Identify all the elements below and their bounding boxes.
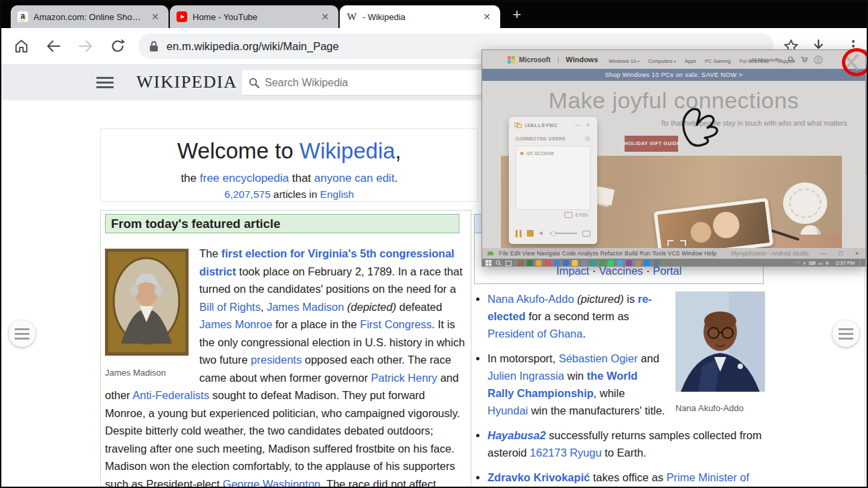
image-caption: James Madison bbox=[105, 364, 189, 382]
taskbar-app-icon[interactable] bbox=[590, 260, 596, 266]
url-text: en.m.wikipedia.org/wiki/Main_Page bbox=[167, 40, 339, 53]
right-drag-handle[interactable] bbox=[833, 320, 859, 347]
lock-icon bbox=[149, 41, 158, 52]
holiday-gift-guide-button[interactable]: HOLIDAY GIFT GUIDE bbox=[625, 136, 678, 152]
display-name: EX65- bbox=[575, 212, 589, 218]
tab-title: Amazon.com: Online Shoppi bbox=[33, 12, 143, 22]
studio-window-controls[interactable]: — □ × bbox=[821, 250, 864, 257]
tab-amazon[interactable]: a Amazon.com: Online Shoppi ✕ bbox=[11, 5, 169, 28]
nana-akufo-addo-photo bbox=[675, 291, 765, 392]
taskbar-clock[interactable]: 2:37 PM bbox=[836, 260, 855, 266]
account-icon[interactable] bbox=[814, 55, 823, 64]
ms-nav-link[interactable]: PC Gaming bbox=[705, 58, 731, 64]
ms-nav-link[interactable]: Apps bbox=[685, 58, 696, 64]
connected-user-item[interactable]: i3T-SCD045 bbox=[520, 150, 586, 156]
pause-icon[interactable] bbox=[516, 230, 522, 237]
i3allsync-title: i3ALLSYNC bbox=[525, 122, 571, 128]
cart-icon[interactable] bbox=[800, 56, 808, 63]
tab-strip: a Amazon.com: Online Shoppi ✕ Home - You… bbox=[1, 1, 867, 28]
amazon-favicon-icon: a bbox=[17, 11, 28, 22]
windows-brand[interactable]: Windows bbox=[566, 55, 598, 64]
forward-icon[interactable] bbox=[78, 38, 94, 54]
ms-nav-link[interactable]: Computers bbox=[648, 58, 676, 64]
i3allsync-window: i3ALLSYNC — × CONNECTED USERS i3T-SCD045… bbox=[509, 117, 597, 244]
featured-article-heading: From today's featured article bbox=[105, 214, 459, 233]
featured-article-body: James Madison The first election for Vir… bbox=[105, 245, 466, 488]
hand-with-pen bbox=[762, 235, 842, 248]
start-button-icon[interactable] bbox=[485, 260, 492, 266]
taskbar-app-icon[interactable] bbox=[599, 260, 605, 266]
new-tab-button[interactable]: + bbox=[508, 7, 526, 24]
task-view-icon[interactable] bbox=[506, 261, 512, 266]
taskbar-search-icon[interactable] bbox=[496, 260, 502, 266]
volume-slider[interactable] bbox=[550, 233, 578, 234]
annotation-red-circle bbox=[842, 48, 868, 76]
taskbar-app-icon[interactable] bbox=[527, 260, 533, 266]
taskbar-app-icon[interactable] bbox=[554, 260, 560, 266]
display-icon bbox=[564, 212, 572, 218]
tab-wikipedia-active[interactable]: W - Wikipedia ✕ bbox=[340, 5, 500, 28]
taskbar-app-icon[interactable] bbox=[644, 260, 650, 266]
show-desktop-button[interactable] bbox=[860, 259, 862, 267]
search-icon[interactable] bbox=[788, 56, 794, 63]
divider: | bbox=[557, 55, 559, 64]
tab-title: - Wikipedia bbox=[362, 12, 475, 22]
android-studio-menubar: File Edit View Navigate Code Analyze Ref… bbox=[482, 248, 865, 259]
taskbar-app-icon[interactable] bbox=[626, 260, 632, 266]
i3allsync-titlebar[interactable]: i3ALLSYNC — × bbox=[509, 117, 597, 133]
wikipedia-favicon-icon: W bbox=[346, 11, 357, 22]
taskbar-app-icon[interactable] bbox=[536, 260, 542, 266]
taskbar-app-icon[interactable] bbox=[635, 260, 641, 266]
connected-users-label: CONNECTED USERS bbox=[516, 136, 584, 141]
all-microsoft-menu[interactable]: All Microsoft bbox=[751, 57, 782, 63]
studio-window-title: MyApplication - Android Studio bbox=[732, 250, 816, 257]
youtube-favicon-icon bbox=[177, 11, 187, 22]
system-tray-icons[interactable]: ◠ ∧ ⌨ ▭ ⊕ bbox=[796, 261, 830, 266]
close-tab-icon[interactable]: ✕ bbox=[318, 11, 332, 23]
taskbar-app-icon[interactable] bbox=[572, 260, 578, 266]
popup-window-microsoft: Microsoft | Windows Windows 10ComputersA… bbox=[481, 49, 866, 267]
news-item: Zdravko Krivokapić takes office as Prime… bbox=[487, 469, 765, 486]
tab-youtube[interactable]: Home - YouTube ✕ bbox=[170, 5, 338, 28]
studio-menu-items[interactable]: File Edit View Navigate Code Analyze Ref… bbox=[499, 250, 717, 257]
origami-cube bbox=[594, 187, 615, 206]
taskbar-app-icon[interactable] bbox=[563, 260, 569, 266]
james-madison-figure[interactable]: James Madison bbox=[105, 249, 189, 382]
microsoft-brand[interactable]: Microsoft bbox=[519, 55, 550, 64]
home-icon[interactable] bbox=[13, 38, 29, 54]
taskbar-app-icon[interactable] bbox=[617, 260, 623, 266]
welcome-banner: Welcome to Wikipedia, the free encyclope… bbox=[100, 128, 478, 202]
sale-banner[interactable]: Shop Windows 10 PCs on sale. SAVE NOW > bbox=[482, 69, 865, 81]
display-target: EX65- bbox=[564, 212, 589, 218]
hamburger-menu-icon[interactable] bbox=[96, 77, 114, 88]
taskbar-app-icon[interactable] bbox=[608, 260, 614, 266]
hero-title: Make joyful connections bbox=[482, 88, 865, 114]
left-drag-handle[interactable] bbox=[9, 320, 35, 347]
speaker-icon[interactable] bbox=[539, 231, 544, 236]
fullscreen-icon[interactable] bbox=[582, 231, 590, 237]
taskbar-app-icon[interactable] bbox=[518, 260, 524, 266]
taskbar-app-icon[interactable] bbox=[545, 260, 551, 266]
close-tab-icon[interactable]: ✕ bbox=[148, 11, 162, 23]
windows-taskbar: ◠ ∧ ⌨ ▭ ⊕ 2:37 PM bbox=[482, 259, 865, 267]
nana-akufo-addo-figure[interactable]: Nana Akufo-Addo bbox=[675, 291, 765, 417]
playback-controls bbox=[516, 228, 590, 239]
search-icon bbox=[249, 78, 259, 88]
taskbar-app-icons[interactable] bbox=[518, 260, 792, 266]
close-tab-icon[interactable]: ✕ bbox=[480, 11, 494, 23]
connected-users-list: i3T-SCD045 bbox=[516, 146, 590, 210]
welcome-title: Welcome to Wikipedia, bbox=[101, 138, 477, 164]
tab-title: Home - YouTube bbox=[193, 12, 313, 22]
in-the-news-section: Nana Akufo-Addo Nana Akufo-Addo (picture… bbox=[474, 290, 765, 488]
reload-icon[interactable] bbox=[110, 38, 126, 54]
stop-icon[interactable] bbox=[527, 230, 534, 237]
taskbar-app-icon[interactable] bbox=[581, 260, 587, 266]
hand-doodle-annotation bbox=[679, 92, 741, 148]
back-icon[interactable] bbox=[45, 38, 62, 54]
browser-window: a Amazon.com: Online Shoppi ✕ Home - You… bbox=[0, 0, 868, 488]
gear-icon[interactable] bbox=[584, 136, 590, 142]
minimize-close-icons[interactable]: — × bbox=[574, 122, 592, 128]
ms-nav-link[interactable]: Windows 10 bbox=[609, 58, 639, 64]
wikipedia-wordmark[interactable]: WIKIPEDIA bbox=[136, 72, 237, 92]
taskbar-app-icon[interactable] bbox=[653, 260, 659, 266]
